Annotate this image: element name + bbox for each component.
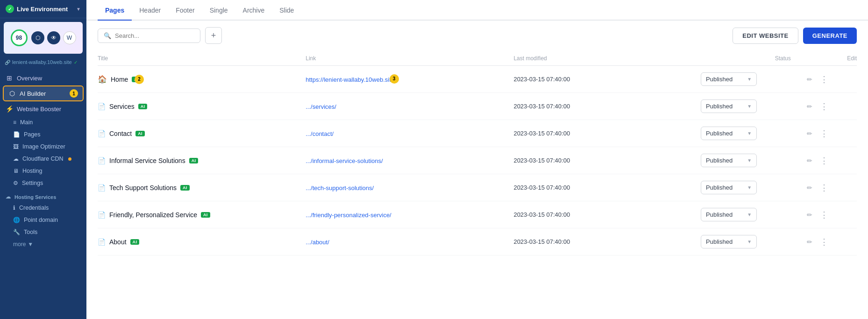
generate-button[interactable]: GENERATE xyxy=(803,28,857,44)
tab-header[interactable]: Header xyxy=(132,0,168,21)
tab-footer[interactable]: Footer xyxy=(168,0,202,21)
ai-badge: AI xyxy=(201,212,210,218)
add-page-button[interactable]: + xyxy=(205,27,222,44)
site-url-text: lenient-wallaby.10web.site xyxy=(12,59,72,65)
page-link[interactable]: .../about/ xyxy=(306,239,329,246)
more-options-icon[interactable]: ⋮ xyxy=(818,236,830,248)
edit-icon[interactable]: ✏ xyxy=(805,101,814,112)
env-selector[interactable]: ✓ Live Environment ▼ xyxy=(6,5,81,13)
status-label: Published xyxy=(706,76,733,83)
page-link[interactable]: .../contact/ xyxy=(306,130,334,137)
chevron-down-icon: ▼ xyxy=(747,158,752,163)
sub-label: Point domain xyxy=(24,217,58,223)
sidebar-sub-settings[interactable]: ⚙ Settings xyxy=(0,177,86,189)
col-edit: Edit xyxy=(805,55,857,62)
more-options-icon[interactable]: ⋮ xyxy=(818,155,830,167)
preview-icons: ⬡ 👁 W xyxy=(31,31,76,44)
edit-website-button[interactable]: EDIT WEBSITE xyxy=(733,28,798,44)
edit-icon[interactable]: ✏ xyxy=(805,182,814,193)
table-row: 🏠 Home AI 2 https://lenient-wallaby.10we… xyxy=(98,66,857,93)
ai-builder-badge: 1 xyxy=(70,89,78,98)
site-preview: 98 ⬡ 👁 W xyxy=(4,22,83,54)
tab-single[interactable]: Single xyxy=(202,0,235,21)
cell-link: .../contact/ xyxy=(306,129,513,138)
more-options-icon[interactable]: ⋮ xyxy=(818,73,830,85)
edit-icon[interactable]: ✏ xyxy=(805,128,814,139)
page-title: Services xyxy=(109,103,135,110)
ai-badge: AI xyxy=(180,185,190,191)
status-dropdown[interactable]: Published ▼ xyxy=(701,235,757,248)
tab-slide[interactable]: Slide xyxy=(272,0,301,21)
page-link[interactable]: .../friendly-personalized-service/ xyxy=(306,212,391,219)
sidebar-sub-tools[interactable]: 🔧 Tools xyxy=(0,226,86,238)
more-options-icon[interactable]: ⋮ xyxy=(818,128,830,140)
cell-link: .../friendly-personalized-service/ xyxy=(306,211,513,219)
cloud-section-icon: ☁ xyxy=(6,194,11,200)
sidebar-sub-hosting[interactable]: 🖥 Hosting xyxy=(0,165,86,177)
wordpress-icon: W xyxy=(63,31,76,44)
toolbar-right: EDIT WEBSITE GENERATE xyxy=(733,28,857,44)
cell-edit: ✏ ⋮ xyxy=(805,100,857,113)
status-label: Published xyxy=(706,184,733,191)
more-options-icon[interactable]: ⋮ xyxy=(818,182,830,194)
cell-edit: ✏ ⋮ xyxy=(805,155,857,167)
status-label: Published xyxy=(706,157,733,164)
cell-modified: 2023-03-15 07:40:00 xyxy=(513,238,701,245)
cell-modified: 2023-03-15 07:40:00 xyxy=(513,157,701,164)
status-dropdown[interactable]: Published ▼ xyxy=(701,99,757,113)
search-input[interactable] xyxy=(115,32,194,39)
sidebar-sub-pages[interactable]: 📄 Pages xyxy=(0,128,86,141)
table-row: 📄 Friendly, Personalized Service AI .../… xyxy=(98,201,857,228)
edit-icon[interactable]: ✏ xyxy=(805,236,814,248)
status-dropdown[interactable]: Published ▼ xyxy=(701,208,757,221)
sidebar-sub-credentials[interactable]: ℹ Credentials xyxy=(0,202,86,214)
sidebar-sub-point-domain[interactable]: 🌐 Point domain xyxy=(0,214,86,226)
main-content: Pages Header Footer Single Archive Slide… xyxy=(86,0,868,319)
status-label: Published xyxy=(706,130,733,137)
cell-title: 📄 Tech Support Solutions AI xyxy=(98,184,306,191)
page-icon: 📄 xyxy=(98,184,106,191)
page-link[interactable]: .../tech-support-solutions/ xyxy=(306,184,374,191)
status-dropdown[interactable]: Published ▼ xyxy=(701,154,757,167)
link-wrap: https://lenient-wallaby.10web.site/ 3 xyxy=(306,76,396,83)
col-link: Link xyxy=(306,55,513,62)
sidebar-item-overview[interactable]: ⊞ Overview xyxy=(0,71,86,85)
cell-modified: 2023-03-15 07:40:00 xyxy=(513,130,701,137)
check-icon: ✓ xyxy=(6,5,14,13)
cell-status: Published ▼ xyxy=(701,181,805,194)
sidebar-sub-main[interactable]: ≡ Main xyxy=(0,116,86,128)
page-link[interactable]: .../services/ xyxy=(306,103,336,110)
status-label: Published xyxy=(706,103,733,110)
tab-pages[interactable]: Pages xyxy=(98,0,132,21)
col-title: Title xyxy=(98,55,306,62)
cell-modified: 2023-03-15 07:40:00 xyxy=(513,184,701,191)
ai-badge-wrap: AI 2 xyxy=(132,77,141,82)
tab-archive[interactable]: Archive xyxy=(235,0,272,21)
sidebar-sub-cloudflare[interactable]: ☁ Cloudflare CDN xyxy=(0,153,86,165)
site-url-bar: 🔗 lenient-wallaby.10web.site ✓ xyxy=(0,57,86,68)
image-icon: 🖼 xyxy=(13,143,19,150)
sidebar-item-label: Overview xyxy=(17,75,42,82)
badge-2: 2 xyxy=(135,75,144,84)
status-dropdown[interactable]: Published ▼ xyxy=(701,181,757,194)
edit-icon[interactable]: ✏ xyxy=(805,209,814,220)
page-link[interactable]: .../informal-service-solutions/ xyxy=(306,157,383,164)
table-row: 📄 Informal Service Solutions AI .../info… xyxy=(98,147,857,174)
sidebar-item-ai-builder[interactable]: ⬡ AI Builder 1 xyxy=(3,85,84,101)
sidebar-sub-image-optimizer[interactable]: 🖼 Image Optimizer xyxy=(0,141,86,153)
more-options-icon[interactable]: ⋮ xyxy=(818,100,830,113)
page-title: Home xyxy=(111,76,128,83)
status-dropdown[interactable]: Published ▼ xyxy=(701,72,757,86)
more-link[interactable]: more ▼ xyxy=(0,238,86,250)
page-link[interactable]: https://lenient-wallaby.10web.site/ xyxy=(306,76,396,83)
search-box[interactable]: 🔍 xyxy=(98,28,200,43)
cell-status: Published ▼ xyxy=(701,127,805,140)
edit-icon[interactable]: ✏ xyxy=(805,74,814,85)
page-icon: 📄 xyxy=(98,157,106,164)
sidebar-item-website-booster[interactable]: ⚡ Website Booster xyxy=(0,101,86,116)
more-options-icon[interactable]: ⋮ xyxy=(818,209,830,221)
page-title: Tech Support Solutions xyxy=(109,184,177,191)
status-dropdown[interactable]: Published ▼ xyxy=(701,127,757,140)
edit-icon[interactable]: ✏ xyxy=(805,155,814,166)
cell-link: .../informal-service-solutions/ xyxy=(306,156,513,165)
